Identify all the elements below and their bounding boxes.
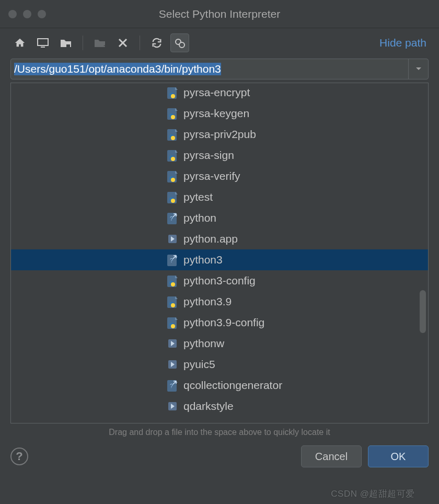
- toolbar-separator: [140, 36, 140, 50]
- tree-item[interactable]: ?python: [11, 208, 428, 228]
- tree-item[interactable]: pyuic5: [11, 354, 428, 375]
- tree-item-label: python3-config: [183, 274, 256, 287]
- tree-item[interactable]: pyrsa-sign: [11, 145, 428, 166]
- svg-point-13: [171, 115, 175, 119]
- svg-point-7: [179, 42, 184, 48]
- tree-item-label: pyuic5: [183, 358, 215, 371]
- symlink-file-icon: ?: [166, 253, 179, 267]
- tree-item-label: pyrsa-verify: [183, 170, 240, 182]
- folder-icon: [166, 337, 179, 350]
- python-file-icon: [166, 295, 179, 308]
- file-tree[interactable]: pyrsa-encryptpyrsa-keygenpyrsa-priv2pubp…: [10, 83, 429, 423]
- tree-item[interactable]: pyrsa-encrypt: [11, 83, 428, 103]
- tree-item[interactable]: ?qcollectiongenerator: [11, 375, 428, 396]
- delete-icon[interactable]: [113, 33, 132, 52]
- home-icon[interactable]: [10, 33, 29, 52]
- tree-item-label: python3.9: [183, 295, 232, 308]
- watermark: CSDN @超甜超可爱: [331, 488, 415, 500]
- svg-text:?: ?: [170, 383, 173, 389]
- folder-icon: [166, 399, 179, 413]
- tree-item-label: pyrsa-keygen: [183, 107, 249, 120]
- tree-item-label: pyrsa-sign: [183, 149, 234, 162]
- svg-text:?: ?: [170, 257, 173, 264]
- tree-item-label: pyrsa-priv2pub: [183, 128, 256, 141]
- python-file-icon: [166, 148, 179, 162]
- python-file-icon: [166, 128, 179, 141]
- python-file-icon: [166, 107, 179, 120]
- symlink-file-icon: ?: [166, 211, 179, 225]
- svg-text:?: ?: [170, 215, 173, 222]
- new-folder-icon[interactable]: +: [90, 33, 109, 52]
- path-input[interactable]: [11, 59, 408, 79]
- tree-item-label: python3: [183, 254, 223, 266]
- cancel-button[interactable]: Cancel: [301, 445, 362, 467]
- tree-item-label: pyrsa-encrypt: [183, 86, 250, 99]
- tree-item-label: qdarkstyle: [183, 400, 234, 413]
- tree-item[interactable]: python.app: [11, 228, 428, 249]
- project-icon[interactable]: [56, 33, 75, 52]
- svg-point-16: [171, 136, 175, 140]
- show-hidden-icon[interactable]: [170, 33, 189, 52]
- tree-item-label: pytest: [183, 191, 213, 203]
- svg-rect-45: [168, 423, 177, 423]
- folder-icon: [166, 358, 179, 371]
- help-button[interactable]: ?: [10, 448, 28, 465]
- symlink-file-icon: ?: [166, 379, 179, 392]
- tree-item[interactable]: python3.9: [11, 291, 428, 312]
- svg-rect-0: [38, 39, 48, 45]
- tree-item[interactable]: pyrsa-priv2pub: [11, 124, 428, 145]
- tree-item[interactable]: python3.9-config: [11, 312, 428, 333]
- svg-text:+: +: [103, 42, 106, 48]
- scrollbar-thumb[interactable]: [420, 290, 426, 333]
- desktop-icon[interactable]: [33, 33, 52, 52]
- drop-hint: Drag and drop a file into the space abov…: [0, 423, 439, 439]
- window-title: Select Python Interpreter: [0, 8, 439, 20]
- python-file-icon: [166, 190, 179, 204]
- svg-point-36: [171, 303, 175, 307]
- python-file-icon: [166, 86, 179, 99]
- folder-icon: [166, 420, 179, 423]
- tree-item[interactable]: qdarkstyle.example: [11, 417, 428, 423]
- tree-item[interactable]: pyrsa-verify: [11, 166, 428, 187]
- hide-path-link[interactable]: Hide path: [379, 37, 429, 49]
- svg-point-22: [171, 178, 175, 182]
- python-file-icon: [166, 169, 179, 183]
- toolbar: + Hide path: [0, 28, 439, 59]
- tree-item[interactable]: pyrsa-keygen: [11, 103, 428, 124]
- ok-button[interactable]: OK: [368, 445, 429, 467]
- path-dropdown[interactable]: [408, 59, 428, 79]
- tree-item[interactable]: pytest: [11, 187, 428, 208]
- svg-point-39: [171, 324, 175, 328]
- tree-item[interactable]: pythonw: [11, 333, 428, 354]
- tree-item-label: pythonw: [183, 337, 224, 350]
- toolbar-separator: [83, 36, 83, 50]
- refresh-icon[interactable]: [147, 33, 166, 52]
- svg-point-33: [171, 282, 175, 287]
- tree-item-label: python.app: [183, 233, 238, 245]
- tree-item[interactable]: qdarkstyle: [11, 396, 428, 417]
- python-file-icon: [166, 316, 179, 329]
- svg-rect-2: [66, 44, 70, 47]
- tree-item-label: qcollectiongenerator: [183, 379, 282, 392]
- tree-item-label: qdarkstyle.example: [183, 421, 278, 423]
- tree-item[interactable]: ?python3: [11, 249, 428, 270]
- tree-item-label: python3.9-config: [183, 316, 264, 329]
- tree-item-label: python: [183, 212, 216, 224]
- python-file-icon: [166, 274, 179, 288]
- svg-point-19: [171, 157, 175, 161]
- folder-icon: [166, 232, 179, 246]
- svg-point-10: [171, 94, 175, 98]
- tree-item[interactable]: python3-config: [11, 270, 428, 291]
- svg-point-25: [171, 199, 175, 203]
